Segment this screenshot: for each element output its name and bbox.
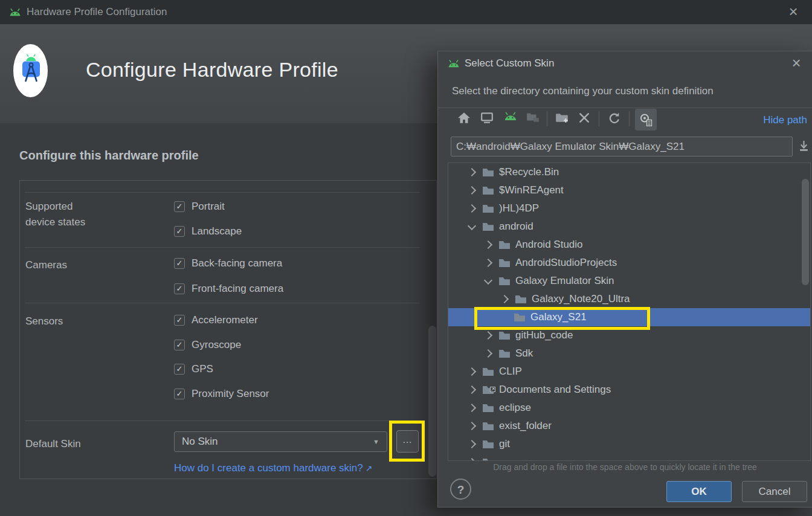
android-logo-icon bbox=[447, 59, 460, 70]
chevron-right-icon[interactable] bbox=[468, 186, 476, 195]
home-directory-icon[interactable] bbox=[457, 112, 472, 126]
path-input[interactable] bbox=[451, 137, 792, 156]
browse-skin-button[interactable]: ... bbox=[396, 430, 419, 453]
chevron-right-icon[interactable] bbox=[468, 404, 476, 412]
checkbox-row: ✓ Gyroscope bbox=[174, 340, 241, 350]
tree-item[interactable]: Sdk bbox=[448, 344, 810, 363]
portrait-checkbox[interactable]: ✓ bbox=[174, 201, 185, 212]
folder-icon bbox=[514, 313, 525, 321]
dropdown-value: No Skin bbox=[182, 436, 218, 448]
chevron-right-icon[interactable] bbox=[484, 349, 492, 358]
checkbox-row: ✓ Landscape bbox=[174, 226, 242, 237]
tree-item[interactable]: Galaxy_Note20_Ultra bbox=[448, 290, 810, 308]
chevron-right-icon[interactable] bbox=[468, 168, 476, 176]
folder-icon bbox=[499, 259, 510, 267]
hardware-profile-form: Supported device states ✓ Portrait ✓ Lan… bbox=[19, 180, 437, 479]
chevron-down-icon[interactable] bbox=[484, 276, 492, 284]
chevron-down-icon[interactable] bbox=[468, 221, 476, 230]
locate-in-tree-icon[interactable] bbox=[799, 140, 809, 154]
tree-item[interactable]: )HL)4DP bbox=[448, 199, 810, 218]
tree-item-selected[interactable]: Galaxy_S21 bbox=[448, 308, 810, 326]
folder-icon bbox=[483, 168, 494, 176]
chevron-right-icon[interactable] bbox=[468, 422, 476, 430]
custom-skin-help-link[interactable]: How do I create a custom hardware skin?↗ bbox=[174, 462, 373, 474]
chevron-right-icon[interactable] bbox=[484, 259, 492, 267]
divider bbox=[25, 247, 420, 248]
tree-item[interactable]: Android Studio bbox=[448, 236, 810, 254]
android-studio-logo bbox=[13, 44, 48, 97]
tree-item[interactable]: gitHub_code bbox=[448, 326, 810, 344]
folder-icon bbox=[483, 204, 494, 213]
tree-item[interactable]: AndroidStudioProjects bbox=[448, 254, 810, 272]
directory-tree: $Recycle.Bin $WinREAgent )HL)4DP android… bbox=[448, 163, 811, 461]
cancel-button[interactable]: Cancel bbox=[742, 481, 807, 502]
hide-path-link[interactable]: Hide path bbox=[763, 114, 807, 126]
checkbox-label: Landscape bbox=[192, 225, 242, 237]
tree-item[interactable]: Galaxy Emulator Skin bbox=[448, 272, 810, 290]
divider bbox=[25, 303, 420, 303]
external-link-icon: ↗ bbox=[366, 463, 373, 473]
tree-item[interactable]: exist_folder bbox=[448, 417, 810, 435]
path-field-wrap bbox=[451, 137, 793, 156]
window-title: Hardware Profile Configuration bbox=[27, 0, 167, 24]
divider bbox=[25, 421, 420, 421]
landscape-checkbox[interactable]: ✓ bbox=[174, 226, 185, 237]
tree-item[interactable]: android bbox=[448, 218, 810, 236]
tree-item[interactable]: git bbox=[448, 435, 810, 453]
folder-icon bbox=[515, 295, 526, 303]
ok-button[interactable]: OK bbox=[666, 481, 732, 502]
chevron-right-icon[interactable] bbox=[484, 331, 492, 340]
default-skin-dropdown[interactable]: No Skin ▼ bbox=[174, 431, 387, 452]
checkbox-label: Back-facing camera bbox=[192, 257, 282, 269]
dialog-title: Select Custom Skin bbox=[465, 57, 554, 69]
project-directory-icon[interactable] bbox=[526, 112, 541, 126]
proximity-checkbox[interactable]: ✓ bbox=[174, 389, 185, 399]
android-sdk-icon[interactable] bbox=[503, 112, 518, 126]
chevron-right-icon[interactable] bbox=[468, 204, 476, 213]
form-scrollbar-thumb[interactable] bbox=[428, 326, 436, 477]
checkbox-row: ✓ Back-facing camera bbox=[174, 258, 282, 269]
delete-icon[interactable] bbox=[578, 112, 593, 126]
chevron-right-icon[interactable] bbox=[468, 385, 476, 394]
dialog-close-icon[interactable]: × bbox=[785, 53, 807, 74]
tree-scrollbar-thumb[interactable] bbox=[802, 179, 809, 285]
tree-item[interactable]: $WinREAgent bbox=[448, 181, 810, 199]
tree-item[interactable]: $Recycle.Bin bbox=[448, 163, 810, 181]
folder-icon bbox=[499, 277, 510, 285]
tree-item[interactable]: eclipse bbox=[448, 399, 810, 417]
desktop-directory-icon[interactable] bbox=[480, 112, 495, 126]
gps-checkbox[interactable]: ✓ bbox=[174, 364, 185, 375]
tree-item[interactable]: CLIP bbox=[448, 363, 810, 381]
accelerometer-checkbox[interactable]: ✓ bbox=[174, 315, 185, 326]
back-camera-checkbox[interactable]: ✓ bbox=[174, 258, 185, 269]
checkbox-label: Portrait bbox=[192, 201, 225, 213]
window-close-icon[interactable]: × bbox=[782, 0, 805, 24]
checkbox-label: Accelerometer bbox=[192, 314, 258, 326]
folder-icon bbox=[483, 222, 494, 231]
help-button[interactable]: ? bbox=[450, 479, 471, 500]
checkbox-label: GPS bbox=[192, 363, 213, 375]
folder-icon bbox=[483, 422, 494, 430]
section-heading: Configure this hardware profile bbox=[19, 149, 199, 163]
front-camera-checkbox[interactable]: ✓ bbox=[174, 283, 185, 294]
gyroscope-checkbox[interactable]: ✓ bbox=[174, 340, 185, 350]
tree-item[interactable]: Documents and Settings bbox=[448, 381, 810, 399]
checkbox-row: ✓ Proximity Sensor bbox=[174, 389, 269, 399]
new-folder-icon[interactable] bbox=[555, 112, 570, 126]
chevron-right-icon[interactable] bbox=[468, 458, 476, 461]
folder-icon bbox=[483, 404, 494, 412]
show-hidden-files-toggle[interactable] bbox=[635, 109, 657, 131]
chevron-right-icon[interactable] bbox=[484, 240, 492, 249]
chevron-right-icon[interactable] bbox=[468, 440, 476, 448]
chevron-right-icon[interactable] bbox=[500, 295, 509, 303]
checkbox-row: ✓ Front-facing camera bbox=[174, 283, 283, 294]
refresh-icon[interactable] bbox=[608, 112, 622, 126]
checkbox-label: Proximity Sensor bbox=[192, 388, 269, 400]
checkbox-row: ✓ Accelerometer bbox=[174, 315, 258, 326]
select-custom-skin-dialog: Select Custom Skin × Select the director… bbox=[437, 51, 812, 508]
folder-icon bbox=[483, 458, 494, 461]
chevron-right-icon[interactable] bbox=[468, 367, 476, 376]
toolbar-separator bbox=[547, 111, 547, 126]
supported-device-states-label: Supported device states bbox=[25, 199, 85, 230]
tree-item-clipped[interactable] bbox=[448, 453, 810, 461]
